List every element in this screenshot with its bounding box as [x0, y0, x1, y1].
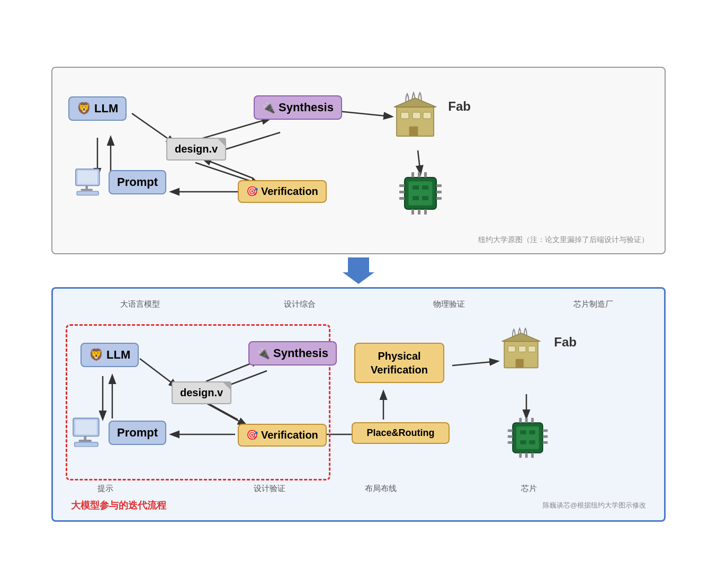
- top-arrows: [68, 81, 649, 245]
- top-prompt-label-box: Prompt: [109, 170, 166, 194]
- svg-marker-16: [394, 98, 436, 107]
- top-prompt-text: Prompt: [117, 175, 158, 189]
- bottom-computer-icon: [71, 417, 105, 449]
- bottom-llm-text: LLM: [106, 348, 130, 362]
- svg-rect-64: [516, 426, 539, 449]
- svg-rect-26: [436, 184, 442, 187]
- svg-rect-29: [411, 172, 414, 177]
- bottom-iteration-text: 大模型参与的迭代流程: [71, 500, 166, 511]
- bottom-design-v-node: design.v: [172, 381, 231, 404]
- bottom-diagram-area: 🦁 LLM Prompt design.v: [66, 314, 651, 494]
- bottom-place-routing-text: Place&Routing: [366, 427, 434, 439]
- svg-rect-36: [422, 185, 428, 190]
- svg-rect-37: [413, 196, 419, 200]
- top-fab-label: Fab: [448, 99, 471, 114]
- llm-icon: 🦁: [77, 102, 91, 115]
- bottom-row-label-chip-text: 芯片: [521, 484, 537, 493]
- col-label-llm-text: 大语言模型: [120, 299, 160, 308]
- svg-rect-22: [408, 181, 433, 206]
- top-factory-icon: [386, 88, 444, 147]
- svg-marker-58: [502, 333, 541, 341]
- svg-rect-60: [518, 346, 526, 352]
- col-label-phys-text: 物理验证: [433, 299, 465, 308]
- svg-rect-79: [520, 440, 526, 444]
- svg-rect-56: [75, 442, 98, 446]
- svg-rect-20: [409, 127, 418, 136]
- svg-rect-33: [418, 209, 420, 215]
- top-source-text: 纽约大学原图（注：论文里漏掉了后端设计与验证）: [478, 235, 649, 244]
- svg-rect-28: [436, 197, 442, 200]
- svg-rect-13: [81, 189, 93, 191]
- svg-rect-62: [516, 359, 524, 367]
- svg-rect-67: [508, 441, 513, 444]
- col-labels-row: 大语言模型 设计综合 物理验证 芯片制造厂: [66, 299, 651, 314]
- bottom-caption-text: 陈巍谈芯@根据纽约大学图示修改: [543, 501, 646, 509]
- col-label-llm: 大语言模型: [76, 299, 203, 309]
- bottom-prompt-node: Prompt: [71, 417, 166, 449]
- bottom-synthesis-text: Synthesis: [273, 346, 328, 360]
- bottom-synthesis-icon: 🔌: [257, 347, 270, 360]
- svg-rect-77: [520, 430, 526, 434]
- svg-rect-73: [531, 417, 534, 422]
- bottom-row-label-prompt-text: 提示: [97, 484, 113, 493]
- svg-rect-11: [78, 171, 98, 184]
- svg-rect-70: [543, 441, 548, 444]
- svg-rect-71: [519, 417, 522, 422]
- bottom-verification-node: 🎯 Verification: [238, 424, 327, 447]
- bottom-prompt-text: Prompt: [117, 426, 158, 440]
- svg-rect-19: [423, 112, 431, 119]
- top-verification-node: 🎯 Verification: [238, 180, 327, 203]
- bottom-iteration-label: 大模型参与的迭代流程: [71, 499, 166, 512]
- svg-rect-27: [436, 191, 442, 193]
- bottom-caption: 陈巍谈芯@根据纽约大学图示修改: [543, 501, 646, 510]
- svg-rect-72: [525, 417, 528, 422]
- top-chip-group: [397, 170, 444, 219]
- bottom-fab-text: Fab: [554, 335, 577, 349]
- svg-line-50: [452, 361, 497, 366]
- svg-rect-31: [424, 172, 427, 177]
- top-fab-text: Fab: [448, 99, 471, 113]
- bottom-factory-group: Fab: [495, 323, 548, 381]
- svg-rect-55: [79, 440, 92, 442]
- svg-rect-24: [399, 191, 405, 193]
- bottom-place-routing-node: Place&Routing: [352, 422, 450, 444]
- svg-marker-39: [343, 257, 374, 284]
- bottom-verif-text: Verification: [261, 429, 318, 441]
- top-llm-node: 🦁 LLM: [68, 96, 127, 121]
- bottom-factory-icon: [495, 323, 548, 379]
- bottom-row-label-prompt: 提示: [97, 484, 113, 494]
- bottom-row-label-routing-text: 布局布线: [365, 484, 397, 493]
- bottom-prompt-label-box: Prompt: [109, 421, 166, 445]
- svg-rect-66: [508, 435, 513, 438]
- bottom-panel: 大语言模型 设计综合 物理验证 芯片制造厂: [51, 287, 666, 522]
- svg-rect-68: [543, 429, 548, 432]
- svg-rect-78: [529, 430, 535, 434]
- top-verif-icon: 🎯: [246, 185, 258, 197]
- bottom-phys-verif-node: PhysicalVerification: [354, 343, 444, 383]
- svg-rect-25: [399, 197, 405, 200]
- svg-line-6: [203, 159, 254, 179]
- svg-rect-18: [413, 112, 420, 119]
- top-source-label: 纽约大学原图（注：论文里漏掉了后端设计与验证）: [478, 235, 649, 245]
- col-label-synthesis-text: 设计综合: [284, 299, 316, 308]
- top-synthesis-node: 🔌 Synthesis: [254, 95, 342, 120]
- bottom-row-label-verif: 设计验证: [254, 484, 285, 494]
- top-synthesis-icon: 🔌: [262, 101, 275, 114]
- bottom-design-v-text: design.v: [180, 387, 223, 398]
- bottom-chip-icon: [505, 415, 550, 460]
- bottom-synthesis-node: 🔌 Synthesis: [248, 341, 337, 366]
- svg-rect-74: [519, 452, 522, 457]
- svg-rect-30: [418, 172, 420, 177]
- svg-line-2: [201, 119, 270, 139]
- bottom-chip-group: [505, 415, 550, 462]
- bottom-fab-label: Fab: [554, 335, 577, 350]
- svg-rect-69: [543, 435, 548, 438]
- top-design-v-text: design.v: [175, 143, 218, 155]
- svg-rect-80: [529, 440, 535, 444]
- col-label-phys: 物理验证: [396, 299, 502, 309]
- svg-rect-59: [508, 346, 515, 352]
- bottom-llm-icon: 🦁: [89, 348, 103, 362]
- svg-rect-75: [525, 452, 528, 457]
- top-prompt-node: Prompt: [74, 168, 166, 197]
- svg-rect-61: [528, 346, 536, 352]
